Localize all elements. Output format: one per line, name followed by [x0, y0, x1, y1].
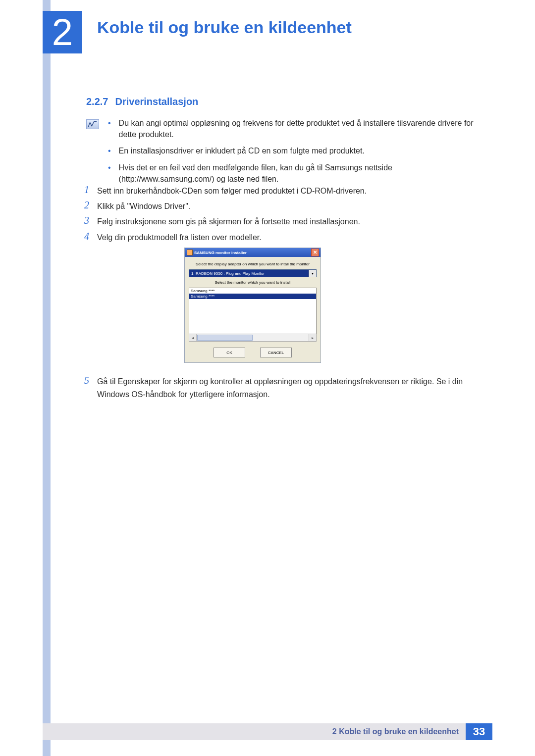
footer-chapter-label: 2 Koble til og bruke en kildeenhet — [43, 723, 466, 740]
step-item: 2 Klikk på "Windows Driver". — [84, 199, 489, 213]
chapter-number-badge: 2 — [43, 11, 82, 53]
scroll-right-icon[interactable]: ▸ — [309, 334, 316, 341]
note-list: • Du kan angi optimal oppløsning og frek… — [108, 117, 489, 190]
step-text: Velg din produktmodell fra listen over m… — [97, 230, 489, 244]
left-accent-strip — [43, 0, 51, 756]
scroll-left-icon[interactable]: ◂ — [189, 334, 197, 341]
installer-dialog: SAMSUNG monitor installer ✕ Select the d… — [184, 248, 321, 363]
step-item: 5 Gå til Egenskaper for skjerm og kontro… — [84, 374, 489, 401]
step-number: 4 — [84, 230, 97, 244]
list-item[interactable]: Samsung **** — [189, 288, 316, 294]
note-item: • Hvis det er en feil ved den medfølgend… — [108, 162, 489, 185]
step-item: 3 Følg instruksjonene som gis på skjerme… — [84, 214, 489, 228]
step-number: 5 — [84, 374, 97, 401]
list-item-selected[interactable]: Samsung **** — [189, 294, 316, 299]
dialog-body: Select the display adapter on which you … — [185, 257, 321, 362]
section-heading: 2.2.7Driverinstallasjon — [86, 96, 198, 107]
adapter-selected-value: 1. RADEON 9550 : Plug and Play Monitor — [191, 271, 309, 276]
step-number: 1 — [84, 183, 97, 198]
chapter-title: Koble til og bruke en kildeenhet — [97, 18, 352, 37]
adapter-label: Select the display adapter on which you … — [189, 262, 317, 266]
cancel-button[interactable]: CANCEL — [260, 348, 292, 357]
scroll-track[interactable] — [253, 334, 309, 341]
bullet-icon: • — [108, 145, 111, 156]
close-icon[interactable]: ✕ — [311, 249, 319, 256]
step-item: 1 Sett inn brukerhåndbok-CDen som følger… — [84, 183, 489, 198]
note-text: En installasjonsdriver er inkludert på C… — [119, 145, 489, 156]
steps-list: 1 Sett inn brukerhåndbok-CDen som følger… — [84, 183, 489, 245]
monitor-label: Select the monitor which you want to ins… — [189, 280, 317, 285]
step-text: Gå til Egenskaper for skjerm og kontroll… — [97, 374, 489, 401]
page-number: 33 — [466, 723, 492, 740]
dialog-app-icon — [187, 250, 193, 255]
ok-button[interactable]: OK — [214, 348, 245, 357]
step-text: Klikk på "Windows Driver". — [97, 199, 489, 213]
step-text: Sett inn brukerhåndbok-CDen som følger m… — [97, 183, 489, 198]
scroll-thumb[interactable] — [197, 335, 253, 341]
step-number: 3 — [84, 214, 97, 228]
note-text: Du kan angi optimal oppløsning og frekve… — [119, 117, 489, 140]
note-item: • Du kan angi optimal oppløsning og frek… — [108, 117, 489, 140]
dialog-title-text: SAMSUNG monitor installer — [194, 251, 247, 255]
note-icon — [86, 119, 99, 129]
adapter-dropdown[interactable]: 1. RADEON 9550 : Plug and Play Monitor ▾ — [189, 269, 317, 277]
step-text: Følg instruksjonene som gis på skjermen … — [97, 214, 489, 228]
dialog-titlebar: SAMSUNG monitor installer ✕ — [185, 248, 321, 257]
dialog-button-row: OK CANCEL — [189, 348, 317, 357]
bullet-icon: • — [108, 117, 111, 140]
section-title: Driverinstallasjon — [115, 96, 198, 107]
section-number: 2.2.7 — [86, 96, 108, 107]
step-number: 2 — [84, 199, 97, 213]
chevron-down-icon[interactable]: ▾ — [309, 270, 316, 277]
note-text: Hvis det er en feil ved den medfølgende … — [119, 162, 489, 185]
horizontal-scrollbar[interactable]: ◂ ▸ — [189, 334, 317, 342]
note-item: • En installasjonsdriver er inkludert på… — [108, 145, 489, 156]
monitor-listbox[interactable]: Samsung **** Samsung **** — [189, 288, 317, 334]
bullet-icon: • — [108, 162, 111, 185]
page-footer: 2 Koble til og bruke en kildeenhet 33 — [43, 723, 492, 740]
step-item: 4 Velg din produktmodell fra listen over… — [84, 230, 489, 244]
